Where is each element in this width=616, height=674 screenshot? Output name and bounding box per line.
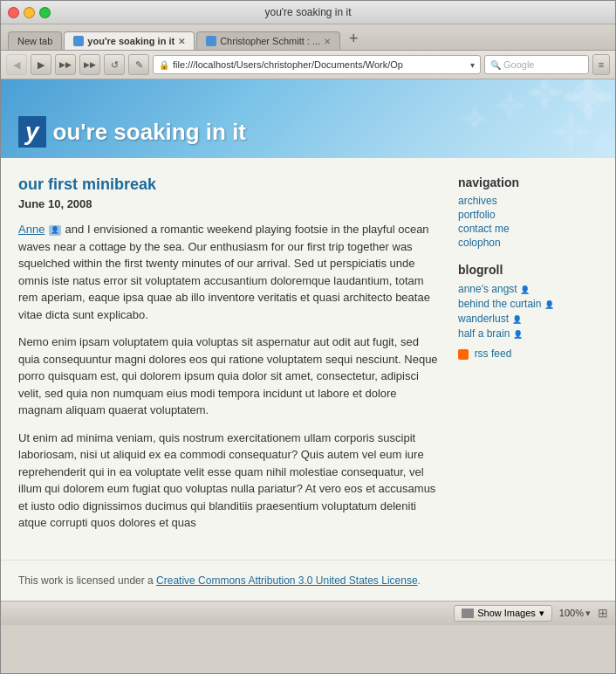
post-body: Anne 👤 and I envisioned a romantic weeke… <box>18 221 441 532</box>
blogroll-item-wanderlust: wanderlust 👤 <box>458 312 598 325</box>
post-paragraph-1: Anne 👤 and I envisioned a romantic weeke… <box>18 221 441 323</box>
sidebar-link-colophon[interactable]: colophon <box>458 237 598 249</box>
new-tab-button[interactable]: + <box>342 28 366 50</box>
tab-new-tab[interactable]: New tab <box>8 31 62 50</box>
edit-button[interactable]: ✎ <box>128 54 149 75</box>
tab-close-christopher[interactable]: ✕ <box>324 37 331 46</box>
svg-point-23 <box>472 120 477 131</box>
sidebar-link-brain[interactable]: half a brain <box>458 327 510 340</box>
show-images-button[interactable]: Show Images ▾ <box>454 605 552 622</box>
person-icon-anne: 👤 <box>49 225 61 236</box>
show-images-label: Show Images <box>477 608 536 618</box>
svg-point-24 <box>462 116 473 121</box>
search-placeholder: Google <box>503 59 534 70</box>
sidebar-link-curtain[interactable]: behind the curtain <box>458 298 541 310</box>
page-wrapper: y ou're soaking in it our first minibrea… <box>1 79 615 601</box>
blogroll-item-brain: half a brain 👤 <box>458 327 598 340</box>
page-footer: This work is licensed under a Creative C… <box>1 560 615 601</box>
person-icon-curtain: 👤 <box>544 300 554 309</box>
tab-close-soaking[interactable]: ✕ <box>178 37 185 46</box>
footer-text-after: . <box>418 574 421 587</box>
sidebar-blogroll-heading: blogroll <box>458 263 598 277</box>
site-title-rest: ou're soaking in it <box>53 119 246 146</box>
forward-button[interactable]: ▶ <box>31 54 51 75</box>
site-title-area: y ou're soaking in it <box>18 116 246 148</box>
person-icon-wanderlust: 👤 <box>512 315 522 324</box>
site-title-y: y <box>18 116 46 148</box>
svg-point-10 <box>548 89 562 96</box>
sidebar: navigation archives portfolio contact me… <box>458 175 598 542</box>
post-title: our first minibreak <box>18 175 441 194</box>
svg-point-17 <box>567 112 574 127</box>
search-bar[interactable]: 🔍 Google <box>484 55 589 74</box>
svg-point-20 <box>575 128 591 135</box>
tab-label-soaking: you're soaking in it <box>87 36 175 46</box>
content-area: our first minibreak June 10, 2008 Anne 👤… <box>18 175 441 542</box>
address-lock-icon: 🔒 <box>159 60 169 70</box>
tab-christopher[interactable]: Christopher Schmitt : ... ✕ <box>196 31 340 50</box>
browser-window: you're soaking in it New tab you're soak… <box>0 0 616 674</box>
footer-cc-link[interactable]: Creative Commons Attribution 3.0 United … <box>156 574 417 587</box>
svg-point-18 <box>567 136 574 152</box>
address-bar[interactable]: 🔒 file:///localhost/Users/christopher/Do… <box>153 55 481 74</box>
site-header: y ou're soaking in it <box>1 79 615 158</box>
forward-more-button[interactable]: ▶▶ <box>79 54 100 75</box>
maximize-button[interactable] <box>39 7 51 18</box>
svg-point-19 <box>551 128 566 135</box>
svg-point-26 <box>595 134 615 155</box>
post-paragraph-2: Nemo enim ipsam voluptatem quia voluptas… <box>18 334 441 419</box>
sidebar-link-rss[interactable]: rss feed <box>475 347 512 360</box>
svg-point-22 <box>472 107 477 117</box>
footer-text-before: This work is licensed under a <box>18 574 156 587</box>
person-icon-anne-sidebar: 👤 <box>520 285 530 294</box>
svg-point-5 <box>595 93 613 101</box>
blogroll-item-curtain: behind the curtain 👤 <box>458 297 598 310</box>
post-link-anne[interactable]: Anne <box>18 223 44 236</box>
svg-point-13 <box>507 108 512 120</box>
zoom-dropdown-icon[interactable]: ▾ <box>585 608 591 619</box>
nav-extra-button[interactable]: ≡ <box>592 54 610 75</box>
tab-label: New tab <box>17 36 52 46</box>
close-button[interactable] <box>8 7 19 18</box>
sidebar-link-archives[interactable]: archives <box>458 195 598 207</box>
main-layout: our first minibreak June 10, 2008 Anne 👤… <box>1 158 615 560</box>
blogroll-item-anne: anne's angst 👤 <box>458 282 598 295</box>
rss-icon <box>458 349 469 360</box>
svg-point-3 <box>584 104 592 121</box>
sidebar-link-contact[interactable]: contact me <box>458 223 598 235</box>
back-more-button[interactable]: ▶▶ <box>55 54 76 75</box>
window-title: you're soaking in it <box>264 6 351 18</box>
minimize-button[interactable] <box>24 7 35 18</box>
svg-point-12 <box>507 91 512 103</box>
rss-feed-item: rss feed <box>458 347 598 360</box>
sidebar-blogroll-section: blogroll anne's angst 👤 behind the curta… <box>458 263 598 360</box>
title-bar: you're soaking in it <box>1 1 615 24</box>
window-controls <box>8 7 51 18</box>
address-dropdown-icon[interactable]: ▾ <box>470 60 475 70</box>
back-button[interactable]: ◀ <box>6 54 27 75</box>
tab-bar: New tab you're soaking in it ✕ Christoph… <box>1 24 615 51</box>
person-icon-brain: 👤 <box>513 330 523 339</box>
svg-point-9 <box>527 89 541 96</box>
corner-resize-icon[interactable]: ⊞ <box>598 606 608 620</box>
nav-bar: ◀ ▶ ▶▶ ▶▶ ↺ ✎ 🔒 file:///localhost/Users/… <box>1 51 615 79</box>
sidebar-link-wanderlust[interactable]: wanderlust <box>458 313 509 325</box>
svg-point-14 <box>495 103 507 108</box>
zoom-indicator: 100% ▾ <box>559 608 591 619</box>
svg-point-1 <box>579 88 597 106</box>
zoom-percent: 100% <box>559 608 584 618</box>
tab-favicon-soaking <box>73 36 84 46</box>
search-glass-icon: 🔍 <box>490 60 501 70</box>
post-paragraph-3: Ut enim ad minima veniam, quis nostrum e… <box>18 430 441 532</box>
svg-point-4 <box>564 93 581 101</box>
snowflake-decorations <box>247 79 615 158</box>
sidebar-link-anne[interactable]: anne's angst <box>458 283 517 295</box>
sidebar-navigation-section: navigation archives portfolio contact me… <box>458 175 598 249</box>
svg-point-15 <box>512 103 524 108</box>
tab-soaking[interactable]: you're soaking in it ✕ <box>64 31 195 50</box>
tab-favicon-christopher <box>206 36 216 46</box>
svg-point-8 <box>541 96 548 110</box>
tab-label-christopher: Christopher Schmitt : ... <box>220 36 320 46</box>
reload-button[interactable]: ↺ <box>104 54 125 75</box>
sidebar-link-portfolio[interactable]: portfolio <box>458 209 598 221</box>
